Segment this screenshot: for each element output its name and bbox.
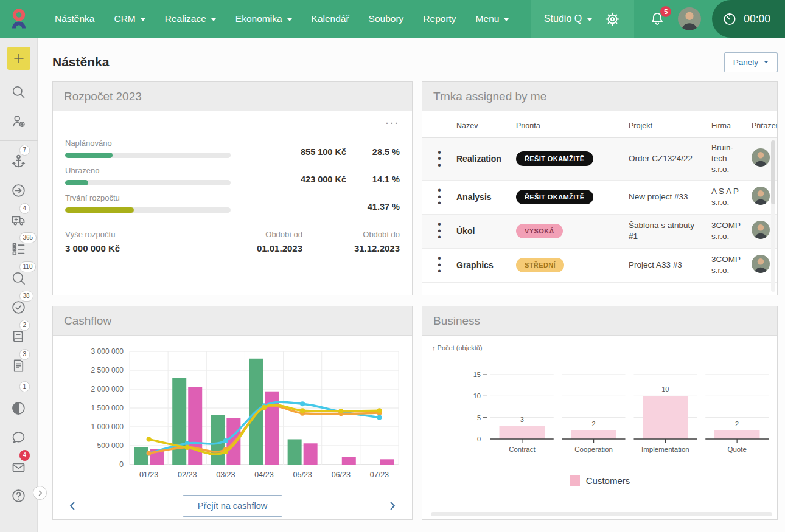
nav-item-n-st-nka[interactable]: Nástěnka (45, 0, 104, 38)
sidebar-item-partial[interactable]: 1 (8, 380, 30, 393)
stopwatch-icon (722, 11, 738, 27)
task-priority-cell: ŘEŠIT OKAMŽITĚ (516, 151, 629, 166)
chevron-down-icon (587, 18, 592, 21)
task-company: 3COMP s.r.o. (711, 254, 752, 276)
sidebar-badge: 3 (19, 349, 30, 360)
cashflow-panel: Cashflow 0500 0001 000 0001 500 0002 000… (52, 306, 413, 520)
task-row[interactable]: •••RealizationŘEŠIT OKAMŽITĚOrder CZ1324… (422, 138, 777, 181)
tasks-panel-title: Trnka assigned by me (422, 82, 777, 111)
budget-row-value (231, 212, 346, 213)
task-name: Graphics (456, 260, 516, 270)
sidebar-item-person-add[interactable] (8, 106, 30, 136)
assignee-avatar (752, 187, 770, 205)
nav-item-label: Ekonomika (236, 13, 282, 24)
row-kebab-menu[interactable]: ••• (422, 150, 456, 169)
budget-row: Naplánováno855 100 Kč28.5 % (65, 139, 400, 158)
page-title: Nástěnka (52, 55, 109, 69)
budget-period-to: Období do 31.12.2023 (302, 230, 400, 254)
sidebar-badge: 365 (19, 232, 37, 243)
go-to-cashflow-button[interactable]: Přejít na cashflow (183, 495, 282, 517)
workspace-section: Studio Q (531, 0, 634, 38)
sidebar-item-mail[interactable]: 4 (8, 452, 30, 481)
sidebar-item-check-circle[interactable]: 38 (8, 292, 30, 322)
task-row[interactable]: •••AnalysisŘEŠIT OKAMŽITĚNew project #33… (422, 181, 777, 215)
svg-text:2: 2 (735, 420, 739, 427)
task-name: Analysis (456, 192, 516, 202)
sidebar-expand-button[interactable] (33, 486, 47, 500)
workspace-switcher[interactable]: Studio Q (544, 13, 592, 24)
sidebar-badge: 1 (19, 381, 30, 392)
sidebar-item-contrast[interactable] (8, 393, 30, 423)
user-avatar[interactable] (678, 7, 701, 30)
tasks-panel: Trnka assigned by me NázevPrioritaProjek… (422, 81, 778, 295)
nav-item-crm[interactable]: CRM (104, 0, 155, 38)
svg-text:07/23: 07/23 (370, 471, 389, 479)
budget-row-left: Trvání rozpočtu (65, 193, 231, 213)
sidebar-item-plus[interactable] (7, 47, 30, 70)
column-header-název: Název (456, 122, 516, 130)
budget-more-menu[interactable]: ··· (65, 119, 400, 131)
sidebar-item-checklist[interactable]: 365 (8, 234, 30, 263)
budget-row-left: Naplánováno (65, 139, 231, 158)
sidebar-item-invoice[interactable]: 3 (8, 351, 30, 380)
nav-item-realizace[interactable]: Realizace (155, 0, 226, 38)
business-chart: 0510153Contract2Cooperation10Implementat… (432, 351, 767, 468)
budget-period-to-value: 31.12.2023 (302, 243, 400, 254)
task-company: Bruin-tech s.r.o. (711, 142, 752, 176)
sidebar-item-arrow-right-circle[interactable] (8, 176, 30, 205)
business-horizontal-scrollbar[interactable] (431, 512, 772, 516)
arrow-right-circle-icon (10, 182, 27, 199)
sidebar-item-help[interactable] (8, 481, 30, 510)
task-row[interactable]: •••GraphicsSTŘEDNÍProject A33 #33COMP s.… (422, 249, 777, 283)
sidebar-badge: 7 (19, 145, 30, 156)
notifications-badge: 5 (660, 6, 671, 17)
task-row[interactable]: •••ÚkolVYSOKÁŠablona s atributy #13COMP … (422, 215, 777, 249)
person-logo-icon (5, 5, 32, 32)
tasks-vertical-scrollbar[interactable] (771, 140, 775, 292)
nav-item-kalend-[interactable]: Kalendář (302, 0, 359, 38)
column-header-přiřazeno: Přiřazeno (752, 122, 778, 130)
cashflow-prev-button[interactable] (68, 500, 77, 512)
task-name: Realization (456, 154, 516, 164)
progress-bar-fill (65, 153, 113, 158)
sidebar-item-search[interactable] (8, 77, 30, 106)
sidebar-item-anchor[interactable]: 7 (8, 147, 30, 176)
business-panel-title: Business (422, 306, 777, 336)
budget-period-from-label: Období od (205, 230, 302, 239)
notifications-bell[interactable]: 5 (649, 10, 666, 27)
row-kebab-menu[interactable]: ••• (422, 255, 456, 275)
chevron-down-icon (287, 18, 292, 21)
tasks-table-header: NázevPrioritaProjektFirmaPřiřazeno (422, 111, 777, 138)
task-name: Úkol (456, 226, 516, 236)
budget-panel-body: ··· Naplánováno855 100 Kč28.5 %Uhrazeno4… (53, 111, 412, 254)
nav-item-label: Nástěnka (55, 13, 94, 24)
budget-row: Trvání rozpočtu41.37 % (65, 193, 400, 213)
nav-item-reporty[interactable]: Reporty (413, 0, 466, 38)
settings-gear-icon[interactable] (604, 11, 621, 27)
svg-text:Contract: Contract (509, 446, 536, 453)
task-company: A S A P s.r.o. (711, 186, 752, 208)
cashflow-next-button[interactable] (388, 500, 397, 512)
task-priority-cell: VYSOKÁ (516, 224, 629, 238)
sidebar-item-ambulance[interactable]: 4 (8, 205, 30, 234)
svg-text:2 000 000: 2 000 000 (91, 385, 124, 393)
row-kebab-menu[interactable]: ••• (422, 221, 456, 241)
sidebar-item-search-docs[interactable]: 110 (8, 263, 30, 292)
nav-item-menu[interactable]: Menu (466, 0, 519, 38)
task-project: Order CZ1324/22 (629, 153, 711, 164)
nav-item-soubory[interactable]: Soubory (359, 0, 414, 38)
sidebar-item-chat[interactable] (8, 423, 30, 452)
task-priority-cell: STŘEDNÍ (516, 258, 629, 272)
time-tracker[interactable]: 00:00 (712, 0, 785, 38)
row-kebab-menu[interactable]: ••• (422, 187, 456, 207)
panels-button[interactable]: Panely (724, 52, 778, 72)
column-header-firma: Firma (711, 122, 752, 130)
task-project: Project A33 #3 (629, 260, 711, 271)
budget-row-left: Uhrazeno (65, 166, 231, 185)
sidebar-item-book[interactable]: 2 (8, 322, 30, 351)
budget-row-percent: 14.1 % (346, 174, 400, 185)
help-icon (10, 488, 27, 504)
nav-item-ekonomika[interactable]: Ekonomika (226, 0, 302, 38)
nav-item-label: Soubory (369, 13, 404, 24)
app-logo[interactable] (0, 0, 38, 38)
